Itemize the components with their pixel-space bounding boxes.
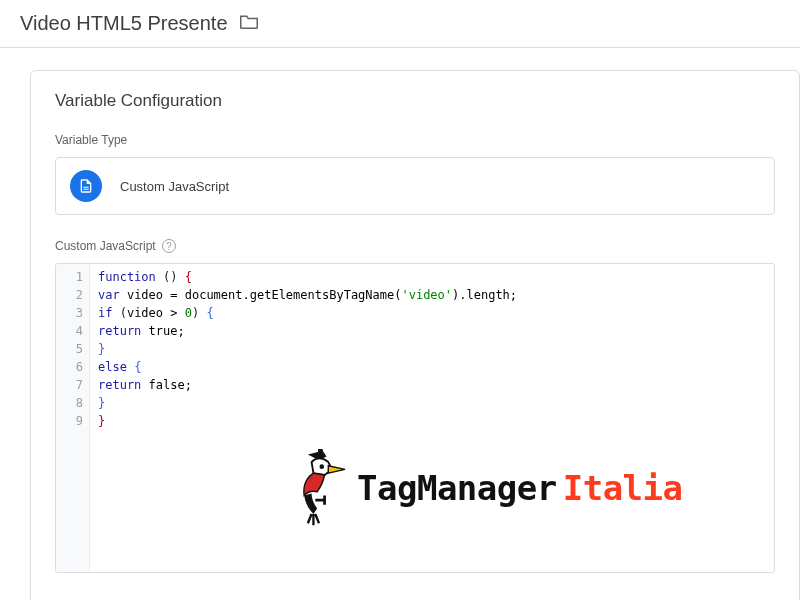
help-icon[interactable]: ?	[162, 239, 176, 253]
section-title: Variable Configuration	[55, 91, 775, 111]
line-gutter: 1 2 3 4 5 6 7 8 9	[56, 264, 90, 572]
variable-config-panel: Variable Configuration Variable Type Cus…	[30, 70, 800, 600]
variable-type-label: Variable Type	[55, 133, 775, 147]
code-editor[interactable]: 1 2 3 4 5 6 7 8 9 function () { var vide…	[55, 263, 775, 573]
page-title: Video HTML5 Presente	[20, 12, 228, 35]
variable-type-selector[interactable]: Custom JavaScript	[55, 157, 775, 215]
panel-container: Variable Configuration Variable Type Cus…	[0, 48, 800, 600]
custom-js-icon	[70, 170, 102, 202]
code-area[interactable]: function () { var video = document.getEl…	[90, 264, 774, 572]
code-editor-label: Custom JavaScript ?	[55, 239, 775, 253]
folder-icon[interactable]	[240, 14, 258, 33]
header-bar: Video HTML5 Presente	[0, 0, 800, 48]
variable-type-name: Custom JavaScript	[120, 179, 229, 194]
